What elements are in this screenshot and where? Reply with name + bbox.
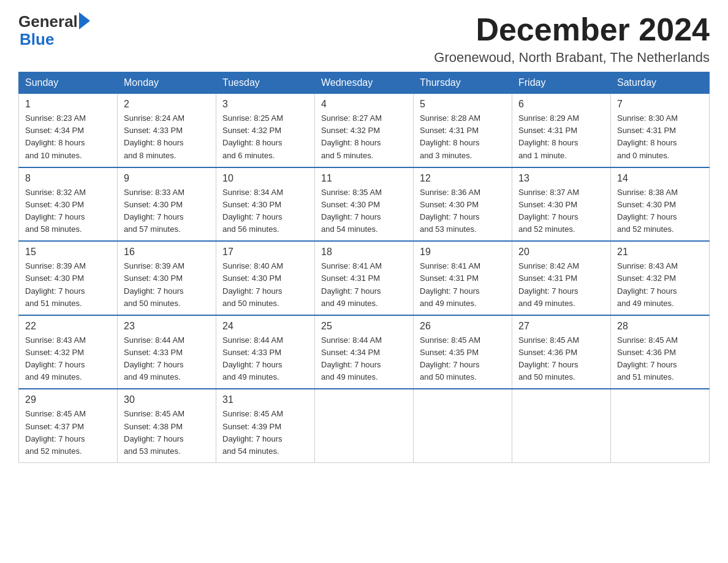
day-number: 7 <box>617 99 703 110</box>
calendar-day-cell: 27Sunrise: 8:45 AMSunset: 4:36 PMDayligh… <box>512 315 611 389</box>
calendar-day-cell: 17Sunrise: 8:40 AMSunset: 4:30 PMDayligh… <box>216 241 315 315</box>
calendar-day-cell: 8Sunrise: 8:32 AMSunset: 4:30 PMDaylight… <box>19 167 118 242</box>
day-number: 20 <box>518 247 604 258</box>
day-number: 13 <box>518 173 604 184</box>
day-number: 12 <box>420 173 506 184</box>
day-info: Sunrise: 8:33 AMSunset: 4:30 PMDaylight:… <box>124 186 210 236</box>
day-number: 28 <box>617 321 703 332</box>
calendar-day-cell: 28Sunrise: 8:45 AMSunset: 4:36 PMDayligh… <box>611 315 710 389</box>
day-info: Sunrise: 8:43 AMSunset: 4:32 PMDaylight:… <box>617 260 703 310</box>
calendar-day-cell: 10Sunrise: 8:34 AMSunset: 4:30 PMDayligh… <box>216 167 315 242</box>
weekday-header-row: SundayMondayTuesdayWednesdayThursdayFrid… <box>19 72 710 94</box>
calendar-day-cell: 23Sunrise: 8:44 AMSunset: 4:33 PMDayligh… <box>118 315 216 389</box>
weekday-header-sunday: Sunday <box>19 72 118 94</box>
day-number: 31 <box>222 394 308 405</box>
day-info: Sunrise: 8:38 AMSunset: 4:30 PMDaylight:… <box>617 186 703 236</box>
day-number: 10 <box>222 173 308 184</box>
logo-line1: General <box>18 12 90 31</box>
day-info: Sunrise: 8:37 AMSunset: 4:30 PMDaylight:… <box>518 186 604 236</box>
page-header: General Blue December 2024 Groenewoud, N… <box>18 12 710 66</box>
day-number: 29 <box>25 394 111 405</box>
calendar-table: SundayMondayTuesdayWednesdayThursdayFrid… <box>18 72 710 463</box>
day-info: Sunrise: 8:45 AMSunset: 4:38 PMDaylight:… <box>124 408 210 458</box>
day-info: Sunrise: 8:44 AMSunset: 4:34 PMDaylight:… <box>321 334 407 384</box>
day-info: Sunrise: 8:40 AMSunset: 4:30 PMDaylight:… <box>222 260 308 310</box>
day-info: Sunrise: 8:32 AMSunset: 4:30 PMDaylight:… <box>25 186 111 236</box>
location-title: Groenewoud, North Brabant, The Netherlan… <box>434 50 710 66</box>
day-number: 9 <box>124 173 210 184</box>
day-number: 24 <box>222 321 308 332</box>
calendar-day-cell: 31Sunrise: 8:45 AMSunset: 4:39 PMDayligh… <box>216 389 315 462</box>
calendar-day-cell: 4Sunrise: 8:27 AMSunset: 4:32 PMDaylight… <box>315 94 414 167</box>
day-number: 18 <box>321 247 407 258</box>
calendar-day-cell: 13Sunrise: 8:37 AMSunset: 4:30 PMDayligh… <box>512 167 611 242</box>
day-info: Sunrise: 8:41 AMSunset: 4:31 PMDaylight:… <box>321 260 407 310</box>
day-number: 25 <box>321 321 407 332</box>
day-info: Sunrise: 8:42 AMSunset: 4:31 PMDaylight:… <box>518 260 604 310</box>
day-info: Sunrise: 8:45 AMSunset: 4:37 PMDaylight:… <box>25 408 111 458</box>
day-number: 2 <box>124 99 210 110</box>
day-info: Sunrise: 8:45 AMSunset: 4:35 PMDaylight:… <box>420 334 506 384</box>
calendar-day-cell: 15Sunrise: 8:39 AMSunset: 4:30 PMDayligh… <box>19 241 118 315</box>
weekday-header-friday: Friday <box>512 72 611 94</box>
day-info: Sunrise: 8:45 AMSunset: 4:36 PMDaylight:… <box>617 334 703 384</box>
day-info: Sunrise: 8:41 AMSunset: 4:31 PMDaylight:… <box>420 260 506 310</box>
day-info: Sunrise: 8:34 AMSunset: 4:30 PMDaylight:… <box>222 186 308 236</box>
day-info: Sunrise: 8:29 AMSunset: 4:31 PMDaylight:… <box>518 112 604 162</box>
day-number: 16 <box>124 247 210 258</box>
logo: General Blue <box>18 12 90 47</box>
day-number: 6 <box>518 99 604 110</box>
day-number: 4 <box>321 99 407 110</box>
day-number: 27 <box>518 321 604 332</box>
day-info: Sunrise: 8:30 AMSunset: 4:31 PMDaylight:… <box>617 112 703 162</box>
calendar-week-row: 8Sunrise: 8:32 AMSunset: 4:30 PMDaylight… <box>19 167 710 242</box>
calendar-day-cell: 20Sunrise: 8:42 AMSunset: 4:31 PMDayligh… <box>512 241 611 315</box>
day-info: Sunrise: 8:35 AMSunset: 4:30 PMDaylight:… <box>321 186 407 236</box>
calendar-week-row: 29Sunrise: 8:45 AMSunset: 4:37 PMDayligh… <box>19 389 710 462</box>
empty-day-cell <box>512 389 611 462</box>
calendar-day-cell: 2Sunrise: 8:24 AMSunset: 4:33 PMDaylight… <box>118 94 216 167</box>
logo-arrow-icon <box>79 12 90 29</box>
day-info: Sunrise: 8:27 AMSunset: 4:32 PMDaylight:… <box>321 112 407 162</box>
logo-blue-text: Blue <box>20 31 54 47</box>
day-info: Sunrise: 8:45 AMSunset: 4:36 PMDaylight:… <box>518 334 604 384</box>
day-number: 23 <box>124 321 210 332</box>
logo-general-text: General <box>18 12 78 31</box>
calendar-day-cell: 14Sunrise: 8:38 AMSunset: 4:30 PMDayligh… <box>611 167 710 242</box>
weekday-header-tuesday: Tuesday <box>216 72 315 94</box>
calendar-day-cell: 5Sunrise: 8:28 AMSunset: 4:31 PMDaylight… <box>414 94 512 167</box>
title-block: December 2024 Groenewoud, North Brabant,… <box>434 12 710 66</box>
day-info: Sunrise: 8:28 AMSunset: 4:31 PMDaylight:… <box>420 112 506 162</box>
weekday-header-thursday: Thursday <box>414 72 512 94</box>
day-number: 30 <box>124 394 210 405</box>
day-info: Sunrise: 8:44 AMSunset: 4:33 PMDaylight:… <box>124 334 210 384</box>
calendar-week-row: 22Sunrise: 8:43 AMSunset: 4:32 PMDayligh… <box>19 315 710 389</box>
day-number: 22 <box>25 321 111 332</box>
day-info: Sunrise: 8:44 AMSunset: 4:33 PMDaylight:… <box>222 334 308 384</box>
day-number: 3 <box>222 99 308 110</box>
calendar-week-row: 1Sunrise: 8:23 AMSunset: 4:34 PMDaylight… <box>19 94 710 167</box>
calendar-day-cell: 26Sunrise: 8:45 AMSunset: 4:35 PMDayligh… <box>414 315 512 389</box>
day-number: 8 <box>25 173 111 184</box>
day-number: 15 <box>25 247 111 258</box>
empty-day-cell <box>414 389 512 462</box>
weekday-header-monday: Monday <box>118 72 216 94</box>
calendar-day-cell: 19Sunrise: 8:41 AMSunset: 4:31 PMDayligh… <box>414 241 512 315</box>
day-number: 11 <box>321 173 407 184</box>
calendar-day-cell: 24Sunrise: 8:44 AMSunset: 4:33 PMDayligh… <box>216 315 315 389</box>
calendar-day-cell: 6Sunrise: 8:29 AMSunset: 4:31 PMDaylight… <box>512 94 611 167</box>
calendar-day-cell: 18Sunrise: 8:41 AMSunset: 4:31 PMDayligh… <box>315 241 414 315</box>
calendar-day-cell: 30Sunrise: 8:45 AMSunset: 4:38 PMDayligh… <box>118 389 216 462</box>
calendar-day-cell: 11Sunrise: 8:35 AMSunset: 4:30 PMDayligh… <box>315 167 414 242</box>
day-number: 19 <box>420 247 506 258</box>
empty-day-cell <box>315 389 414 462</box>
day-number: 14 <box>617 173 703 184</box>
day-info: Sunrise: 8:24 AMSunset: 4:33 PMDaylight:… <box>124 112 210 162</box>
day-info: Sunrise: 8:39 AMSunset: 4:30 PMDaylight:… <box>25 260 111 310</box>
day-number: 5 <box>420 99 506 110</box>
day-number: 17 <box>222 247 308 258</box>
weekday-header-saturday: Saturday <box>611 72 710 94</box>
day-info: Sunrise: 8:45 AMSunset: 4:39 PMDaylight:… <box>222 408 308 458</box>
calendar-day-cell: 3Sunrise: 8:25 AMSunset: 4:32 PMDaylight… <box>216 94 315 167</box>
calendar-day-cell: 29Sunrise: 8:45 AMSunset: 4:37 PMDayligh… <box>19 389 118 462</box>
